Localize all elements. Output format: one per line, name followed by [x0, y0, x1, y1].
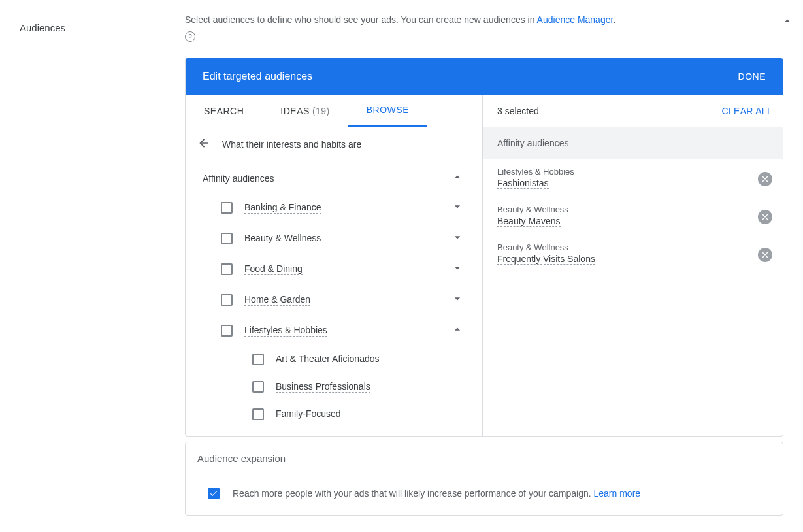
panel-title: Edit targeted audiences [203, 71, 312, 82]
category-label: Food & Dining [244, 263, 303, 275]
selected-item-category: Beauty & Wellness [497, 242, 595, 252]
audiences-panel: Edit targeted audiences DONE SEARCH IDEA… [185, 58, 783, 437]
intro-text: Select audiences to define who should se… [185, 13, 803, 26]
checkbox[interactable] [252, 381, 264, 393]
remove-icon[interactable] [758, 210, 772, 224]
checkbox[interactable] [221, 263, 233, 275]
selected-item-name: Beauty Mavens [497, 216, 561, 227]
checkbox[interactable] [221, 294, 233, 306]
chevron-down-icon[interactable] [451, 292, 464, 307]
chevron-up-icon[interactable] [451, 171, 464, 186]
category-label: Beauty & Wellness [244, 233, 321, 244]
selected-item-category: Lifestyles & Hobbies [497, 167, 574, 176]
back-arrow-icon[interactable] [197, 137, 210, 152]
tab-browse[interactable]: BROWSE [348, 95, 427, 127]
category-label: Home & Garden [244, 294, 310, 306]
intro-post: . [613, 14, 615, 25]
audience-manager-link[interactable]: Audience Manager [537, 14, 614, 25]
selected-item-name: Fashionistas [497, 178, 549, 189]
selected-item-category: Beauty & Wellness [497, 205, 568, 214]
selected-item: Beauty & Wellness Beauty Mavens [483, 197, 783, 235]
subcategory-label: Art & Theater Aficionados [276, 354, 380, 365]
subcategory-label: Family-Focused [276, 408, 341, 420]
subcategory-label: Business Professionals [276, 381, 370, 393]
remove-icon[interactable] [758, 248, 772, 262]
tab-ideas-label: IDEAS [280, 106, 310, 116]
subcategory-business-professionals[interactable]: Business Professionals [186, 373, 481, 401]
help-icon[interactable]: ? [185, 31, 195, 42]
remove-icon[interactable] [758, 172, 772, 186]
chevron-down-icon[interactable] [451, 200, 464, 215]
chevron-down-icon[interactable] [451, 231, 464, 246]
chevron-down-icon[interactable] [451, 261, 464, 276]
tabs: SEARCH IDEAS (19) BROWSE [186, 95, 482, 127]
category-label: Lifestyles & Hobbies [244, 325, 327, 337]
selected-count: 3 selected [497, 106, 539, 116]
done-button[interactable]: DONE [738, 71, 766, 82]
category-home-garden[interactable]: Home & Garden [186, 284, 481, 315]
section-label: Audiences [20, 13, 185, 33]
selected-item: Lifestyles & Hobbies Fashionistas [483, 159, 783, 197]
selected-item: Beauty & Wellness Frequently Visits Salo… [483, 235, 783, 273]
checkbox[interactable] [252, 354, 264, 365]
expansion-checkbox[interactable] [208, 488, 220, 499]
category-beauty-wellness[interactable]: Beauty & Wellness [186, 223, 481, 254]
subcategory-art-theater[interactable]: Art & Theater Aficionados [186, 346, 481, 373]
selected-group-label: Affinity audiences [483, 127, 783, 159]
tab-ideas[interactable]: IDEAS (19) [262, 95, 348, 127]
learn-more-link[interactable]: Learn more [594, 488, 641, 499]
group-header-affinity[interactable]: Affinity audiences [186, 161, 481, 192]
checkbox[interactable] [221, 233, 233, 244]
tab-ideas-count: (19) [312, 106, 330, 116]
checkbox[interactable] [252, 408, 264, 420]
selected-item-name: Frequently Visits Salons [497, 254, 595, 265]
chevron-up-icon[interactable] [451, 323, 464, 338]
category-lifestyles-hobbies[interactable]: Lifestyles & Hobbies [186, 315, 481, 346]
category-food-dining[interactable]: Food & Dining [186, 254, 481, 284]
breadcrumb: What their interests and habits are [222, 139, 361, 150]
expansion-title: Audience expansion [197, 453, 771, 464]
group-title: Affinity audiences [203, 173, 274, 184]
checkbox[interactable] [221, 325, 233, 337]
collapse-section-icon[interactable] [781, 14, 794, 29]
subcategory-family-focused[interactable]: Family-Focused [186, 401, 481, 428]
tab-search[interactable]: SEARCH [186, 95, 262, 127]
intro-pre: Select audiences to define who should se… [185, 14, 537, 25]
expansion-text: Reach more people with your ads that wil… [233, 488, 640, 499]
clear-all-button[interactable]: CLEAR ALL [722, 106, 772, 116]
expansion-text-body: Reach more people with your ads that wil… [233, 488, 594, 499]
checkbox[interactable] [221, 202, 233, 214]
category-label: Banking & Finance [244, 202, 321, 214]
category-banking-finance[interactable]: Banking & Finance [186, 192, 481, 223]
audience-expansion-panel: Audience expansion Reach more people wit… [185, 442, 783, 516]
